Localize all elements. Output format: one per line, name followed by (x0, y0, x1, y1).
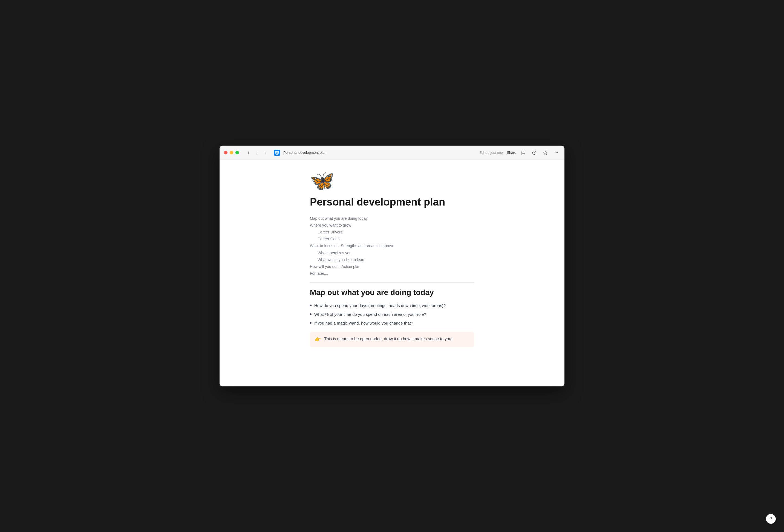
toc-item-5[interactable]: What to focus on: Strengths and areas to… (310, 243, 474, 249)
list-item: What % of your time do you spend on each… (310, 311, 474, 318)
history-button[interactable] (531, 149, 538, 157)
list-item-text: If you had a magic wand, how would you c… (314, 320, 413, 327)
list-item-text: How do you spend your days (meetings, he… (314, 302, 446, 309)
navigation-controls: ‹ › + (245, 149, 270, 157)
toc-item-8[interactable]: How will you do it: Action plan (310, 263, 474, 270)
back-button[interactable]: ‹ (245, 149, 252, 157)
traffic-lights (224, 151, 239, 155)
edited-status: Edited just now (479, 150, 503, 155)
bullet-dot (310, 322, 311, 324)
toc-item-2[interactable]: Where you want to grow (310, 222, 474, 229)
notion-icon (274, 150, 280, 156)
list-item-text: What % of your time do you spend on each… (314, 311, 426, 318)
svg-point-3 (555, 152, 555, 153)
toc-item-9[interactable]: For later.... (310, 270, 474, 277)
list-item: If you had a magic wand, how would you c… (310, 320, 474, 327)
svg-marker-2 (543, 151, 547, 155)
section1-heading: Map out what you are doing today (310, 288, 474, 297)
more-options-button[interactable] (553, 149, 560, 157)
toc-divider (310, 282, 474, 283)
comment-button[interactable] (520, 149, 527, 157)
bullet-dot (310, 313, 311, 315)
content-area: 🦋 Personal development plan Map out what… (220, 160, 564, 386)
document-title: Personal development plan (283, 150, 327, 155)
callout-emoji: 👉 (315, 336, 321, 343)
maximize-button[interactable] (235, 151, 239, 155)
forward-button[interactable]: › (253, 149, 261, 157)
titlebar: ‹ › + Personal development plan Edited j… (220, 146, 564, 160)
toc-item-3[interactable]: Career Drivers (310, 229, 474, 235)
callout-box: 👉 This is meant to be open ended, draw i… (310, 332, 474, 347)
page-icon[interactable]: 🦋 (310, 171, 474, 191)
svg-point-5 (557, 152, 558, 153)
page-title[interactable]: Personal development plan (310, 196, 474, 208)
close-button[interactable] (224, 151, 227, 155)
svg-point-4 (556, 152, 557, 153)
toc-item-6[interactable]: What energizes you (310, 250, 474, 256)
new-tab-button[interactable]: + (262, 149, 270, 157)
callout-text: This is meant to be open ended, draw it … (324, 336, 452, 342)
bullet-dot (310, 305, 311, 306)
favorite-button[interactable] (541, 149, 549, 157)
bullet-list: How do you spend your days (meetings, he… (310, 302, 474, 327)
titlebar-right: Edited just now Share (479, 149, 560, 157)
table-of-contents: Map out what you are doing today Where y… (310, 215, 474, 277)
share-button[interactable]: Share (507, 150, 516, 155)
page-content: 🦋 Personal development plan Map out what… (293, 160, 491, 369)
help-button[interactable]: ? (766, 514, 776, 524)
minimize-button[interactable] (230, 151, 233, 155)
toc-item-4[interactable]: Career Goals (310, 235, 474, 243)
toc-item-7[interactable]: What would you like to learn (310, 256, 474, 263)
app-window: ‹ › + Personal development plan Edited j… (220, 146, 564, 386)
toc-item-1[interactable]: Map out what you are doing today (310, 215, 474, 222)
list-item: How do you spend your days (meetings, he… (310, 302, 474, 309)
